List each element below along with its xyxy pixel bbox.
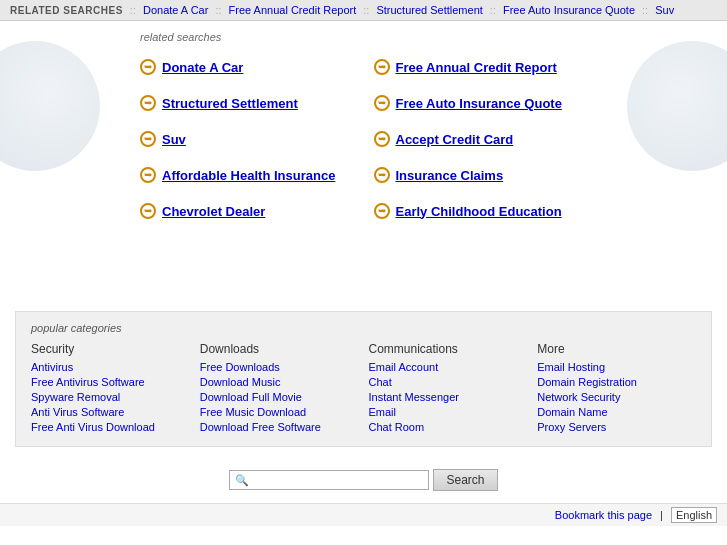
more-link-2[interactable]: Network Security	[537, 391, 696, 403]
comms-link-0[interactable]: Email Account	[369, 361, 528, 373]
security-link-0[interactable]: Antivirus	[31, 361, 190, 373]
language-selector[interactable]: English	[671, 507, 717, 523]
arrow-icon: ➥	[140, 167, 156, 183]
category-downloads: Downloads Free Downloads Download Music …	[200, 342, 359, 436]
communications-header: Communications	[369, 342, 528, 356]
downloads-link-3[interactable]: Free Music Download	[200, 406, 359, 418]
more-link-3[interactable]: Domain Name	[537, 406, 696, 418]
security-link-1[interactable]: Free Antivirus Software	[31, 376, 190, 388]
search-link-item: ➥ Early Childhood Education	[374, 197, 588, 225]
pipe-sep: |	[660, 509, 663, 521]
topbar-link-3[interactable]: Free Auto Insurance Quote	[503, 4, 635, 16]
search-link-item: ➥ Accept Credit Card	[374, 125, 588, 153]
search-links-grid: ➥ Donate A Car ➥ Free Annual Credit Repo…	[140, 53, 587, 225]
downloads-link-0[interactable]: Free Downloads	[200, 361, 359, 373]
search-link-item: ➥ Donate A Car	[140, 53, 354, 81]
comms-link-4[interactable]: Chat Room	[369, 421, 528, 433]
search-link-affordable[interactable]: Affordable Health Insurance	[162, 168, 335, 183]
arrow-icon: ➥	[374, 167, 390, 183]
arrow-icon: ➥	[140, 59, 156, 75]
security-link-2[interactable]: Spyware Removal	[31, 391, 190, 403]
downloads-link-4[interactable]: Download Free Software	[200, 421, 359, 433]
more-header: More	[537, 342, 696, 356]
arrow-icon: ➥	[140, 95, 156, 111]
comms-link-1[interactable]: Chat	[369, 376, 528, 388]
search-link-item: ➥ Free Auto Insurance Quote	[374, 89, 588, 117]
search-link-item: ➥ Suv	[140, 125, 354, 153]
arrow-icon: ➥	[140, 131, 156, 147]
comms-link-2[interactable]: Instant Messenger	[369, 391, 528, 403]
category-communications: Communications Email Account Chat Instan…	[369, 342, 528, 436]
bottom-bar: Bookmark this page | English	[0, 503, 727, 526]
search-button[interactable]: Search	[433, 469, 497, 491]
search-link-accept-credit[interactable]: Accept Credit Card	[396, 132, 514, 147]
top-bar: RELATED SEARCHES :: Donate A Car :: Free…	[0, 0, 727, 21]
search-link-item: ➥ Affordable Health Insurance	[140, 161, 354, 189]
category-more: More Email Hosting Domain Registration N…	[537, 342, 696, 436]
security-link-4[interactable]: Free Anti Virus Download	[31, 421, 190, 433]
arrow-icon: ➥	[374, 131, 390, 147]
search-link-chevrolet[interactable]: Chevrolet Dealer	[162, 204, 265, 219]
search-link-donate-car[interactable]: Donate A Car	[162, 60, 243, 75]
popular-title: popular categories	[31, 322, 696, 334]
bookmark-link[interactable]: Bookmark this page	[555, 509, 652, 521]
more-link-4[interactable]: Proxy Servers	[537, 421, 696, 433]
search-link-insurance-claims[interactable]: Insurance Claims	[396, 168, 504, 183]
arrow-icon: ➥	[374, 95, 390, 111]
related-searches-label: RELATED SEARCHES	[10, 5, 123, 16]
arrow-icon: ➥	[374, 59, 390, 75]
security-header: Security	[31, 342, 190, 356]
topbar-link-4[interactable]: Suv	[655, 4, 674, 16]
downloads-link-1[interactable]: Download Music	[200, 376, 359, 388]
decorative-circle-left	[0, 41, 100, 171]
more-link-0[interactable]: Email Hosting	[537, 361, 696, 373]
category-security: Security Antivirus Free Antivirus Softwa…	[31, 342, 190, 436]
search-input[interactable]	[252, 473, 423, 487]
sep1: ::	[130, 4, 136, 16]
downloads-link-2[interactable]: Download Full Movie	[200, 391, 359, 403]
main-content: related searches ➥ Donate A Car ➥ Free A…	[0, 21, 727, 301]
search-link-early-childhood[interactable]: Early Childhood Education	[396, 204, 562, 219]
search-link-free-auto[interactable]: Free Auto Insurance Quote	[396, 96, 562, 111]
topbar-link-0[interactable]: Donate A Car	[143, 4, 208, 16]
topbar-link-1[interactable]: Free Annual Credit Report	[229, 4, 357, 16]
categories-grid: Security Antivirus Free Antivirus Softwa…	[31, 342, 696, 436]
decorative-circle-right	[627, 41, 727, 171]
search-link-free-annual[interactable]: Free Annual Credit Report	[396, 60, 557, 75]
downloads-header: Downloads	[200, 342, 359, 356]
comms-link-3[interactable]: Email	[369, 406, 528, 418]
search-link-item: ➥ Free Annual Credit Report	[374, 53, 588, 81]
arrow-icon: ➥	[374, 203, 390, 219]
search-link-item: ➥ Structured Settlement	[140, 89, 354, 117]
search-icon: 🔍	[235, 474, 249, 487]
search-link-structured[interactable]: Structured Settlement	[162, 96, 298, 111]
popular-categories-section: popular categories Security Antivirus Fr…	[15, 311, 712, 447]
search-input-wrap: 🔍	[229, 470, 429, 490]
security-link-3[interactable]: Anti Virus Software	[31, 406, 190, 418]
search-link-item: ➥ Chevrolet Dealer	[140, 197, 354, 225]
topbar-link-2[interactable]: Structured Settlement	[376, 4, 482, 16]
more-link-1[interactable]: Domain Registration	[537, 376, 696, 388]
search-link-item: ➥ Insurance Claims	[374, 161, 588, 189]
related-searches-title: related searches	[140, 31, 707, 43]
search-link-suv[interactable]: Suv	[162, 132, 186, 147]
arrow-icon: ➥	[140, 203, 156, 219]
search-bar: 🔍 Search	[0, 457, 727, 503]
